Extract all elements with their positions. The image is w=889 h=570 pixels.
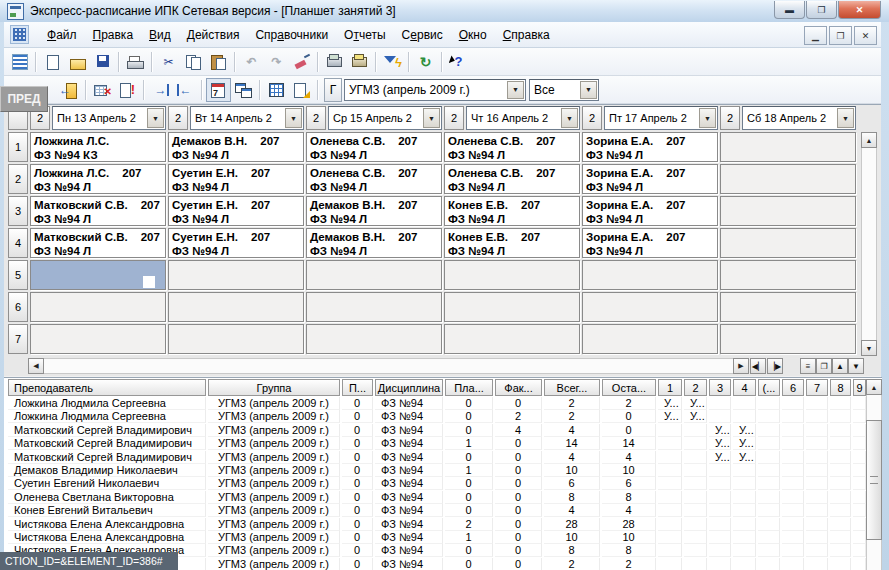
table-cell[interactable]: Матковский Сергей Владимирович xyxy=(8,424,206,437)
table-cell[interactable] xyxy=(782,424,804,437)
chevron-down-icon[interactable]: ▼ xyxy=(580,81,597,99)
table-cell[interactable] xyxy=(709,410,731,423)
table-cell[interactable]: 0 xyxy=(342,410,373,423)
table-cell[interactable] xyxy=(733,531,756,544)
table-cell[interactable]: 2 xyxy=(445,518,493,531)
table-scroll-up-icon[interactable]: ▲ xyxy=(866,379,882,395)
table-cell[interactable]: ФЗ №94 xyxy=(375,424,443,437)
table-cell[interactable]: У... xyxy=(733,424,756,437)
table-cell[interactable]: 0 xyxy=(495,504,542,517)
chevron-down-icon[interactable]: ▼ xyxy=(507,81,524,99)
menu-item-вид[interactable]: Вид xyxy=(141,24,179,46)
table-cell[interactable] xyxy=(782,464,804,477)
table-cell[interactable]: 8 xyxy=(544,544,600,557)
day-count-button[interactable]: 2 xyxy=(720,106,740,130)
table-cell[interactable]: УГМ3 (апрель 2009 г.) xyxy=(208,544,340,557)
table-cell[interactable] xyxy=(658,504,682,517)
table-cell[interactable]: 4 xyxy=(544,424,600,437)
table-cell[interactable]: 0 xyxy=(342,424,373,437)
table-cell[interactable]: 1 xyxy=(445,437,493,450)
column-header[interactable]: 7 xyxy=(806,379,828,396)
table-cell[interactable]: УГМ3 (апрель 2009 г.) xyxy=(208,451,340,464)
menu-item-справочники[interactable]: Справочники xyxy=(247,24,336,46)
table-cell[interactable] xyxy=(709,491,731,504)
table-cell[interactable] xyxy=(806,558,828,570)
scroll-right-icon[interactable]: ▶ xyxy=(733,358,749,374)
table-cell[interactable] xyxy=(733,397,756,410)
table-cell[interactable]: 4 xyxy=(495,424,542,437)
new-file-button[interactable] xyxy=(40,50,65,74)
day-header-combobox[interactable]: Чт 16 Апрель 2▼ xyxy=(466,106,580,130)
table-cell[interactable] xyxy=(853,437,866,450)
schedule-cell[interactable] xyxy=(582,324,718,354)
table-cell[interactable]: Матковский Сергей Владимирович xyxy=(8,451,206,464)
undo-button[interactable]: ↶ xyxy=(239,50,264,74)
table-cell[interactable] xyxy=(853,558,866,570)
table-cell[interactable] xyxy=(782,451,804,464)
table-cell[interactable]: УГМ3 (апрель 2009 г.) xyxy=(208,531,340,544)
table-cell[interactable]: 28 xyxy=(544,518,600,531)
table-cell[interactable]: 0 xyxy=(495,491,542,504)
table-cell[interactable]: 0 xyxy=(495,531,542,544)
table-cell[interactable]: 2 xyxy=(544,558,600,570)
table-cell[interactable]: У... xyxy=(658,397,682,410)
table-cell[interactable]: 10 xyxy=(602,464,656,477)
lesson-row-number[interactable]: 5 xyxy=(8,260,28,290)
chevron-down-icon[interactable]: ▼ xyxy=(147,108,164,128)
schedule-cell[interactable] xyxy=(582,260,718,290)
schedule-cell[interactable]: Оленева С.В.207ФЗ №94 Л xyxy=(444,132,580,162)
table-cell[interactable]: 2 xyxy=(544,397,600,410)
menu-item-действия[interactable]: Действия xyxy=(179,24,248,46)
schedule-cell[interactable] xyxy=(720,196,856,226)
table-cell[interactable]: ФЗ №94 xyxy=(375,437,443,450)
table-cell[interactable] xyxy=(684,491,707,504)
table-cell[interactable]: УГМ3 (апрель 2009 г.) xyxy=(208,504,340,517)
table-cell[interactable] xyxy=(658,518,682,531)
table-cell[interactable]: 0 xyxy=(445,544,493,557)
table-cell[interactable] xyxy=(853,544,866,557)
table-cell[interactable]: 0 xyxy=(495,477,542,490)
table-cell[interactable]: У... xyxy=(684,397,707,410)
day-header-combobox[interactable]: Сб 18 Апрель 2▼ xyxy=(742,106,856,130)
table-cell[interactable]: 8 xyxy=(602,544,656,557)
table-cell[interactable] xyxy=(684,531,707,544)
collapse-up-button[interactable]: ▲ xyxy=(832,358,848,374)
schedule-cell[interactable]: Зорина Е.А.207ФЗ №94 Л xyxy=(582,132,718,162)
table-cell[interactable]: 14 xyxy=(544,437,600,450)
table-cell[interactable]: ФЗ №94 xyxy=(375,397,443,410)
table-cell[interactable]: 10 xyxy=(544,531,600,544)
print-cards-button[interactable] xyxy=(347,50,372,74)
menu-item-правка[interactable]: Правка xyxy=(85,24,142,46)
schedule-cell[interactable] xyxy=(444,260,580,290)
schedule-cell[interactable] xyxy=(720,324,856,354)
schedule-cell[interactable]: Оленева С.В.207ФЗ №94 Л xyxy=(306,164,442,194)
schedule-cell[interactable] xyxy=(30,292,166,322)
table-cell[interactable] xyxy=(830,451,851,464)
scroll-up-icon[interactable]: ▲ xyxy=(861,132,877,148)
schedule-cell[interactable]: Суетин Е.Н.207ФЗ №94 Л xyxy=(168,196,304,226)
table-cell[interactable] xyxy=(658,491,682,504)
schedule-cell[interactable]: Конев Е.В.207ФЗ №94 Л xyxy=(444,228,580,258)
table-cell[interactable]: 0 xyxy=(445,558,493,570)
table-cell[interactable]: 0 xyxy=(495,397,542,410)
chevron-down-icon[interactable]: ▼ xyxy=(699,108,716,128)
table-cell[interactable] xyxy=(709,477,731,490)
table-cell[interactable] xyxy=(758,451,780,464)
table-cell[interactable] xyxy=(684,437,707,450)
column-header[interactable]: 9 xyxy=(853,379,866,396)
table-cell[interactable] xyxy=(684,451,707,464)
schedule-cell[interactable]: Зорина Е.А.207ФЗ №94 Л xyxy=(582,228,718,258)
table-cell[interactable] xyxy=(782,558,804,570)
schedule-cell[interactable] xyxy=(720,164,856,194)
table-cell[interactable]: УГМ3 (апрель 2009 г.) xyxy=(208,397,340,410)
menu-item-файл[interactable]: Файл xyxy=(39,24,85,46)
table-cell[interactable]: 0 xyxy=(445,397,493,410)
maximize-button[interactable]: ❐ xyxy=(806,1,837,19)
table-cell[interactable] xyxy=(709,518,731,531)
table-cell[interactable]: УГМ3 (апрель 2009 г.) xyxy=(208,437,340,450)
day-count-button[interactable]: 2 xyxy=(582,106,602,130)
schedule-cell[interactable]: Демаков В.Н.207ФЗ №94 Л xyxy=(168,132,304,162)
properties-button[interactable] xyxy=(289,78,314,102)
schedule-cell[interactable]: Оленева С.В.207ФЗ №94 Л xyxy=(306,132,442,162)
table-cell[interactable] xyxy=(853,410,866,423)
